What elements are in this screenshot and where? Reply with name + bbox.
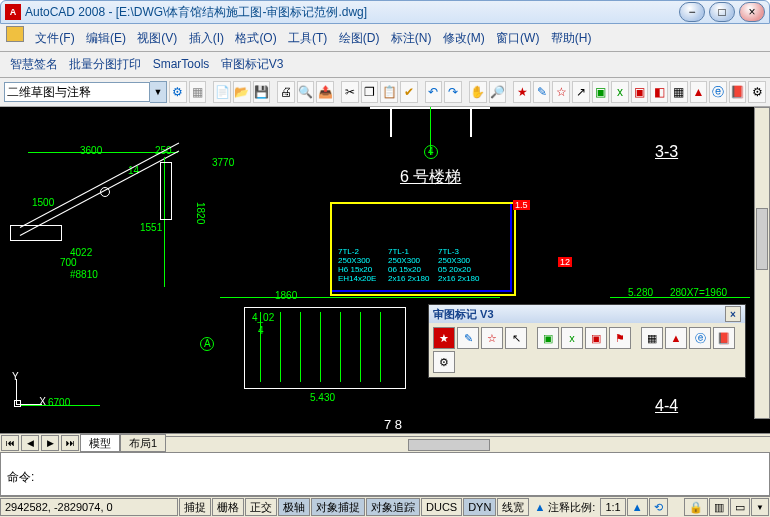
tab-hscroll[interactable] <box>166 436 770 451</box>
open-icon[interactable]: 📂 <box>233 81 251 103</box>
cut-icon[interactable]: ✂ <box>341 81 359 103</box>
status-polar[interactable]: 极轴 <box>278 498 310 516</box>
fp-book-icon[interactable]: 📕 <box>713 327 735 349</box>
menu-draw[interactable]: 绘图(D) <box>335 28 384 49</box>
workspace-save-icon[interactable]: ▦ <box>189 81 207 103</box>
status-menu-icon[interactable]: ▼ <box>751 498 769 516</box>
paste-icon[interactable]: 📋 <box>380 81 398 103</box>
t13-icon[interactable]: ⚙ <box>748 81 766 103</box>
print-icon[interactable]: 🖨 <box>277 81 295 103</box>
t1-icon[interactable]: ★ <box>513 81 531 103</box>
status-ducs[interactable]: DUCS <box>421 498 462 516</box>
t4-icon[interactable]: ↗ <box>572 81 590 103</box>
menu-tools[interactable]: 工具(T) <box>284 28 331 49</box>
scroll-thumb[interactable] <box>756 208 768 270</box>
status-lock-icon[interactable]: 🔒 <box>684 498 708 516</box>
drawing-area[interactable]: 4 3-3 6 号楼梯 3600 250 3770 1500 14 1820 1… <box>0 107 770 433</box>
menu-insert[interactable]: 插入(I) <box>185 28 228 49</box>
menu-file[interactable]: 文件(F) <box>31 28 78 49</box>
vertical-scrollbar[interactable] <box>754 107 770 419</box>
fp-star2-icon[interactable]: ☆ <box>481 327 503 349</box>
status-annovis-icon[interactable]: ▲ <box>627 498 648 516</box>
status-ortho[interactable]: 正交 <box>245 498 277 516</box>
t2-icon[interactable]: ✎ <box>533 81 551 103</box>
maximize-button[interactable]: □ <box>709 2 735 22</box>
menu-help[interactable]: 帮助(H) <box>547 28 596 49</box>
workspace-dropdown-icon[interactable]: ▼ <box>150 81 167 103</box>
t5-icon[interactable]: ▣ <box>592 81 610 103</box>
status-lweight[interactable]: 线宽 <box>497 498 529 516</box>
fp-tri-icon[interactable]: ▲ <box>665 327 687 349</box>
sys-menu-icon[interactable] <box>6 26 24 42</box>
fp-box2-icon[interactable]: ▣ <box>585 327 607 349</box>
tab-last-icon[interactable]: ⏭ <box>61 435 79 451</box>
undo-icon[interactable]: ↶ <box>425 81 443 103</box>
dim-text: 1551 <box>140 222 162 233</box>
t3-icon[interactable]: ☆ <box>552 81 570 103</box>
fp-grid-icon[interactable]: ▦ <box>641 327 663 349</box>
minimize-button[interactable]: − <box>679 2 705 22</box>
t12-icon[interactable]: 📕 <box>729 81 747 103</box>
status-dyn[interactable]: DYN <box>463 498 496 516</box>
workspace-combo[interactable]: ▼ <box>4 81 167 103</box>
publish-icon[interactable]: 📤 <box>316 81 334 103</box>
review-mark-toolbar[interactable]: 审图标记 V3 × ★ ✎ ☆ ↖ ▣ x ▣ ⚑ ▦ ▲ ⓔ 📕 ⚙ <box>428 304 746 378</box>
workspace-input[interactable] <box>4 82 150 102</box>
status-otrack[interactable]: 对象追踪 <box>366 498 420 516</box>
workspace-settings-icon[interactable]: ⚙ <box>169 81 187 103</box>
cad-line <box>360 312 361 382</box>
fp-star-icon[interactable]: ★ <box>433 327 455 349</box>
t6-icon[interactable]: x <box>611 81 629 103</box>
fp-pen-icon[interactable]: ✎ <box>457 327 479 349</box>
fp-excel-icon[interactable]: x <box>561 327 583 349</box>
fp-flag-icon[interactable]: ⚑ <box>609 327 631 349</box>
command-line[interactable]: 命令: <box>0 452 770 496</box>
menu-modify[interactable]: 修改(M) <box>439 28 489 49</box>
menu-review-v3[interactable]: 审图标记V3 <box>217 54 288 75</box>
tab-layout1[interactable]: 布局1 <box>120 434 166 452</box>
close-button[interactable]: × <box>739 2 765 22</box>
menu-batch-plot[interactable]: 批量分图打印 <box>65 54 145 75</box>
menu-format[interactable]: 格式(O) <box>231 28 280 49</box>
redo-icon[interactable]: ↷ <box>444 81 462 103</box>
t10-icon[interactable]: ▲ <box>690 81 708 103</box>
t11-icon[interactable]: ⓔ <box>709 81 727 103</box>
t8-icon[interactable]: ◧ <box>650 81 668 103</box>
save-icon[interactable]: 💾 <box>253 81 271 103</box>
status-osnap[interactable]: 对象捕捉 <box>311 498 365 516</box>
scroll-thumb[interactable] <box>408 439 490 451</box>
t7-icon[interactable]: ▣ <box>631 81 649 103</box>
status-grid[interactable]: 栅格 <box>212 498 244 516</box>
status-snap[interactable]: 捕捉 <box>179 498 211 516</box>
panel-title-bar[interactable]: 审图标记 V3 × <box>429 305 745 323</box>
marker-tag: 1.5 <box>513 200 530 210</box>
menu-edit[interactable]: 编辑(E) <box>82 28 130 49</box>
status-annoauto-icon[interactable]: ⟲ <box>649 498 668 516</box>
tab-first-icon[interactable]: ⏮ <box>1 435 19 451</box>
grid-label: 7 8 <box>384 417 402 432</box>
status-scale[interactable]: 1:1 <box>600 498 625 516</box>
pan-icon[interactable]: ✋ <box>469 81 487 103</box>
menu-window[interactable]: 窗口(W) <box>492 28 543 49</box>
fp-gear-icon[interactable]: ⚙ <box>433 351 455 373</box>
menu-view[interactable]: 视图(V) <box>133 28 181 49</box>
menu-smart-sign[interactable]: 智慧签名 <box>6 54 62 75</box>
fp-cursor-icon[interactable]: ↖ <box>505 327 527 349</box>
preview-icon[interactable]: 🔍 <box>297 81 315 103</box>
menu-annotate[interactable]: 标注(N) <box>387 28 436 49</box>
status-coords[interactable]: 2942582, -2829074, 0 <box>0 498 178 516</box>
zoom-icon[interactable]: 🔎 <box>489 81 507 103</box>
fp-ie-icon[interactable]: ⓔ <box>689 327 711 349</box>
status-tray-icon[interactable]: ▥ <box>709 498 729 516</box>
tab-model[interactable]: 模型 <box>80 434 120 452</box>
copy-icon[interactable]: ❐ <box>361 81 379 103</box>
tab-prev-icon[interactable]: ◀ <box>21 435 39 451</box>
menu-smartools[interactable]: SmarTools <box>149 55 214 73</box>
new-icon[interactable]: 📄 <box>213 81 231 103</box>
tab-next-icon[interactable]: ▶ <box>41 435 59 451</box>
status-clean-icon[interactable]: ▭ <box>730 498 750 516</box>
match-icon[interactable]: ✔ <box>400 81 418 103</box>
fp-box-icon[interactable]: ▣ <box>537 327 559 349</box>
t9-icon[interactable]: ▦ <box>670 81 688 103</box>
panel-close-icon[interactable]: × <box>725 306 741 322</box>
